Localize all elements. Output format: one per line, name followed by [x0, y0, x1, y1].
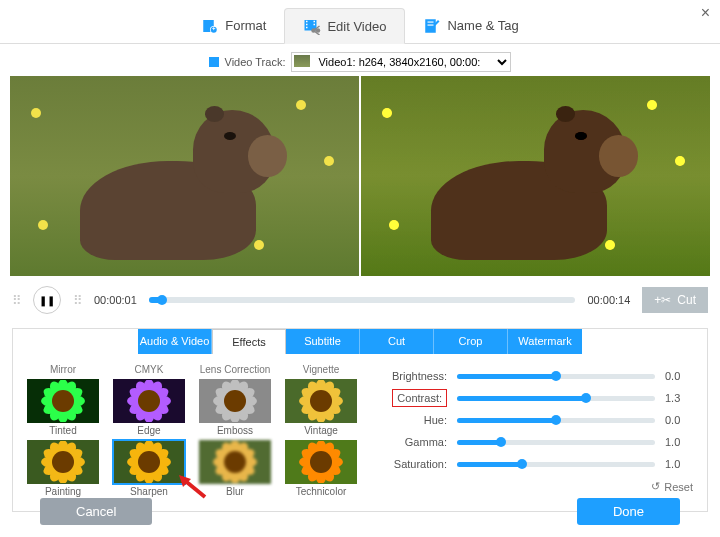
edit-video-icon [303, 17, 321, 35]
preview-original-pane: ▷ Original [10, 76, 359, 276]
effect-label: Blur [199, 486, 271, 497]
subtab-crop[interactable]: Crop [434, 329, 508, 354]
slider-contrast[interactable] [457, 396, 655, 401]
time-current: 00:00:01 [94, 294, 137, 306]
tab-label: Format [225, 18, 266, 33]
timeline-slider[interactable] [149, 297, 576, 303]
timeline-row: ⠿ ❚❚ ⠿ 00:00:01 00:00:14 +✂ Cut [0, 276, 720, 324]
effect-tinted[interactable]: Tinted [27, 379, 99, 436]
video-track-select[interactable]: Video1: h264, 3840x2160, 00:00:14 [291, 52, 511, 72]
track-thumb-icon [294, 55, 310, 67]
scissors-icon: +✂ [654, 293, 671, 307]
preview-result-pane: Preview🔍 [361, 76, 710, 276]
svg-rect-14 [428, 21, 434, 22]
video-track-label: Video Track: [225, 56, 286, 68]
subtab-subtitle[interactable]: Subtitle [286, 329, 360, 354]
slider-brightness-value: 0.0 [665, 370, 693, 382]
slider-brightness-label: Brightness: [375, 370, 447, 382]
effects-panel: Audio & Video Effects Subtitle Cut Crop … [12, 328, 708, 512]
effect-edge[interactable]: Edge [113, 379, 185, 436]
video-track-row: Video Track: Video1: h264, 3840x2160, 00… [0, 44, 720, 76]
effect-label: Emboss [199, 425, 271, 436]
slider-hue-row: Hue: 0.0 [375, 414, 693, 426]
reset-icon: ↺ [651, 480, 660, 493]
play-pause-button[interactable]: ❚❚ [33, 286, 61, 314]
svg-rect-15 [428, 24, 434, 25]
effect-label: Painting [27, 486, 99, 497]
svg-rect-8 [306, 27, 308, 29]
slider-gamma-value: 1.0 [665, 436, 693, 448]
effect-label: Edge [113, 425, 185, 436]
track-indicator-icon [209, 57, 219, 67]
format-icon [201, 17, 219, 35]
slider-saturation-value: 1.0 [665, 458, 693, 470]
slider-saturation[interactable] [457, 462, 655, 467]
close-button[interactable]: × [701, 4, 710, 22]
effect-technicolor[interactable]: Technicolor [285, 440, 357, 497]
subtab-cut[interactable]: Cut [360, 329, 434, 354]
svg-rect-9 [314, 21, 316, 23]
svg-rect-6 [306, 21, 308, 23]
time-duration: 00:00:14 [587, 294, 630, 306]
effect-label: Tinted [27, 425, 99, 436]
effect-header: Mirror [27, 364, 99, 375]
tab-label: Edit Video [327, 19, 386, 34]
svg-rect-10 [314, 24, 316, 26]
grip-right-icon[interactable]: ⠿ [73, 296, 82, 305]
slider-hue[interactable] [457, 418, 655, 423]
effects-grid: MirrorCMYKLens CorrectionVignetteTintedE… [27, 364, 357, 497]
grip-left-icon[interactable]: ⠿ [12, 296, 21, 305]
slider-brightness-row: Brightness: 0.0 [375, 370, 693, 382]
effect-painting[interactable]: Painting [27, 440, 99, 497]
svg-rect-7 [306, 24, 308, 26]
subtab-watermark[interactable]: Watermark [508, 329, 582, 354]
effect-header: CMYK [113, 364, 185, 375]
subtab-audio-video[interactable]: Audio & Video [138, 329, 212, 354]
sliders-area: Brightness: 0.0 Contrast: 1.3 Hue: 0.0 G… [375, 364, 693, 497]
preview-row: ▷ Original Preview🔍 [10, 76, 710, 276]
effect-sharpen[interactable]: Sharpen [113, 440, 185, 497]
effect-label: Technicolor [285, 486, 357, 497]
effect-label: Vintage [285, 425, 357, 436]
effect-blur[interactable]: Blur [199, 440, 271, 497]
effect-header: Vignette [285, 364, 357, 375]
slider-saturation-label: Saturation: [375, 458, 447, 470]
effect-vintage[interactable]: Vintage [285, 379, 357, 436]
main-tabs: Format Edit Video Name & Tag [0, 0, 720, 44]
cancel-button[interactable]: Cancel [40, 498, 152, 525]
sub-tabs: Audio & Video Effects Subtitle Cut Crop … [13, 329, 707, 354]
reset-button[interactable]: ↺Reset [375, 480, 693, 493]
slider-gamma-row: Gamma: 1.0 [375, 436, 693, 448]
done-button[interactable]: Done [577, 498, 680, 525]
slider-hue-label: Hue: [375, 414, 447, 426]
subtab-effects[interactable]: Effects [212, 329, 286, 354]
name-tag-icon [423, 17, 441, 35]
slider-contrast-row: Contrast: 1.3 [375, 392, 693, 404]
slider-saturation-row: Saturation: 1.0 [375, 458, 693, 470]
cut-button[interactable]: +✂ Cut [642, 287, 708, 313]
slider-gamma[interactable] [457, 440, 655, 445]
slider-contrast-label: Contrast: [375, 392, 447, 404]
effect-emboss[interactable]: Emboss [199, 379, 271, 436]
slider-hue-value: 0.0 [665, 414, 693, 426]
svg-rect-4 [214, 27, 215, 30]
effect-header: Lens Correction [199, 364, 271, 375]
slider-contrast-value: 1.3 [665, 392, 693, 404]
effect-label: Sharpen [113, 486, 185, 497]
tab-label: Name & Tag [447, 18, 518, 33]
tab-format[interactable]: Format [183, 8, 284, 43]
slider-gamma-label: Gamma: [375, 436, 447, 448]
slider-brightness[interactable] [457, 374, 655, 379]
tab-edit-video[interactable]: Edit Video [284, 8, 405, 44]
tab-name-tag[interactable]: Name & Tag [405, 8, 536, 43]
